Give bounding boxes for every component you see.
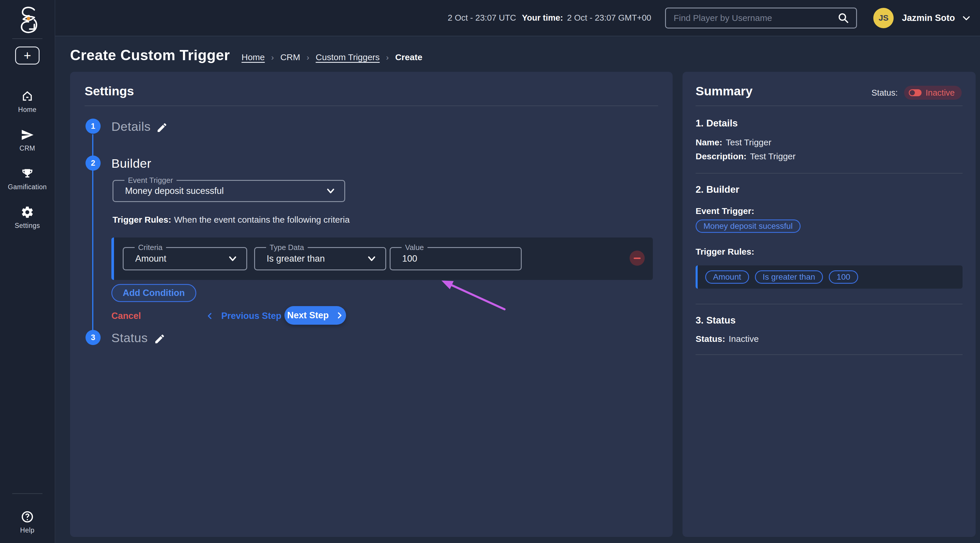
send-icon [21, 128, 34, 143]
chevron-right-icon [336, 311, 343, 319]
step-3-label: Status [111, 331, 148, 345]
home-icon [21, 89, 34, 104]
divider [84, 105, 658, 106]
criteria-select-value: Amount [124, 254, 228, 264]
avatar[interactable]: JS [873, 8, 894, 28]
step-1-label: Details [111, 119, 151, 134]
your-time-label: Your time: [522, 13, 563, 23]
breadcrumb-separator: › [386, 53, 389, 62]
chevron-down-icon [367, 254, 377, 264]
cancel-button[interactable]: Cancel [111, 311, 141, 321]
event-trigger-select-value: Money deposit sucessful [113, 186, 326, 196]
summary-event-trigger-label: Event Trigger: [695, 206, 754, 216]
divider [695, 354, 963, 355]
sidebar-item-label: CRM [19, 144, 35, 152]
divider [695, 105, 963, 106]
sidebar-item-help[interactable]: Help [20, 510, 34, 534]
divider [695, 173, 963, 173]
player-search [665, 8, 857, 29]
settings-panel: Settings 1 Details 2 Builder Event Trigg… [70, 72, 673, 537]
add-button[interactable]: + [15, 46, 40, 65]
description-value: Test Trigger [750, 151, 795, 161]
summary-panel: Summary Status: Inactive 1. Details Name… [682, 72, 976, 537]
name-label: Name: [695, 138, 722, 147]
rule-chip: Amount [705, 270, 749, 284]
trigger-rules-card: Amount Is greater than 100 [695, 265, 963, 289]
page-title: Create Custom Trigger [70, 47, 230, 64]
sidebar: + Home CRM Gamification [0, 0, 55, 543]
trigger-rules-text: When the event contains the following cr… [174, 215, 350, 224]
status-badge[interactable]: Inactive [904, 86, 962, 100]
summary-name-line: Name:Test Trigger [695, 138, 771, 148]
local-time: 2 Oct - 23:07 GMT+00 [567, 13, 651, 23]
summary-status-row: Status: Inactive [872, 86, 962, 100]
chevron-down-icon[interactable] [961, 13, 971, 23]
breadcrumb-crm[interactable]: CRM [280, 52, 300, 62]
type-data-select-label: Type Data [266, 243, 308, 252]
content: Create Custom Trigger Home › CRM › Custo… [55, 37, 980, 543]
help-icon [21, 510, 34, 525]
step-1-badge: 1 [86, 119, 100, 134]
chevron-left-icon [206, 312, 214, 320]
edit-status-icon[interactable] [154, 333, 165, 345]
rule-chip: 100 [829, 270, 858, 284]
value-field: Value [390, 247, 522, 270]
criteria-select[interactable]: Criteria Amount [123, 247, 247, 270]
previous-step-button[interactable]: Previous Step [206, 311, 282, 321]
edit-details-icon[interactable] [156, 122, 168, 133]
sidebar-nav: Home CRM Gamification Settings [8, 89, 47, 230]
topbar: 2 Oct - 23:07 UTC Your time: 2 Oct - 23:… [55, 0, 980, 37]
sidebar-item-settings[interactable]: Settings [14, 205, 40, 230]
event-trigger-chip: Money deposit sucessful [695, 219, 800, 233]
status-badge-text: Inactive [926, 88, 955, 98]
sidebar-divider [12, 493, 43, 494]
description-label: Description: [695, 151, 746, 161]
divider [695, 304, 963, 304]
chevron-down-icon [228, 254, 238, 264]
breadcrumb-separator: › [307, 53, 309, 62]
minus-icon [634, 257, 641, 259]
summary-description-line: Description:Test Trigger [695, 151, 795, 161]
summary-status-value: Inactive [729, 334, 759, 344]
next-step-button[interactable]: Next Step [285, 306, 346, 325]
name-value: Test Trigger [726, 138, 772, 147]
value-input[interactable] [391, 254, 521, 264]
summary-trigger-rules-label: Trigger Rules: [695, 247, 754, 257]
step-2-label: Builder [111, 156, 151, 171]
type-data-select[interactable]: Type Data Is greater than [254, 247, 386, 270]
sidebar-item-label: Settings [14, 222, 40, 230]
trigger-rules-line: Trigger Rules:When the event contains th… [113, 215, 350, 225]
user-name: Jazmin Soto [902, 13, 955, 23]
step-3-badge: 3 [86, 330, 100, 345]
search-icon[interactable] [837, 12, 849, 24]
search-input[interactable] [666, 13, 837, 23]
trigger-rules-label: Trigger Rules: [113, 215, 171, 224]
value-field-label: Value [402, 243, 428, 252]
gear-icon [21, 205, 34, 220]
sidebar-item-crm[interactable]: CRM [19, 128, 35, 152]
brand-logo-icon [13, 5, 41, 34]
sidebar-item-gamification[interactable]: Gamification [8, 167, 47, 191]
event-trigger-select-label: Event Trigger [124, 176, 177, 184]
settings-panel-title: Settings [84, 84, 134, 98]
summary-builder-heading: 2. Builder [695, 184, 739, 195]
remove-condition-button[interactable] [630, 251, 645, 266]
add-condition-button[interactable]: Add Condition [111, 284, 196, 302]
breadcrumb: Home › CRM › Custom Triggers › Create [242, 52, 423, 62]
breadcrumb-separator: › [271, 53, 274, 62]
summary-status-label: Status: [695, 334, 725, 344]
sidebar-item-label: Gamification [8, 183, 47, 191]
app: + Home CRM Gamification [0, 0, 980, 543]
previous-step-label: Previous Step [221, 311, 282, 321]
sidebar-item-home[interactable]: Home [18, 89, 37, 114]
toggle-off-icon [909, 89, 921, 96]
breadcrumb-custom-triggers[interactable]: Custom Triggers [316, 52, 380, 62]
summary-details-heading: 1. Details [695, 118, 738, 129]
summary-status-heading: 3. Status [695, 315, 736, 326]
type-data-select-value: Is greater than [255, 254, 367, 264]
sidebar-divider [12, 38, 43, 39]
event-trigger-select[interactable]: Event Trigger Money deposit sucessful [113, 180, 345, 202]
sidebar-item-label: Home [18, 106, 37, 114]
breadcrumb-home[interactable]: Home [242, 52, 265, 62]
rule-chip: Is greater than [755, 270, 823, 284]
